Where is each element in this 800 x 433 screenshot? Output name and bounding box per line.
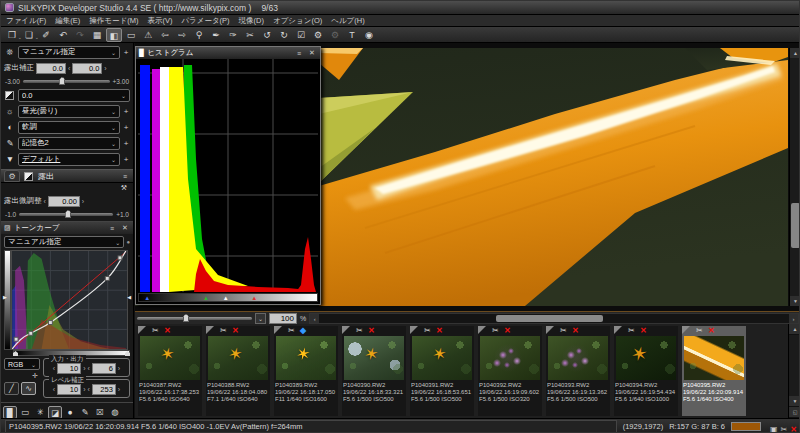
menu-item[interactable]: ファイル(F) bbox=[6, 16, 46, 26]
toolbar-redo-button[interactable]: ↷ bbox=[72, 28, 88, 42]
right-marker-icon[interactable]: ◀ bbox=[127, 294, 131, 300]
thumbnail-photo[interactable]: ✶ bbox=[548, 336, 608, 380]
menu-item[interactable]: オプション(O) bbox=[273, 16, 322, 26]
thumbnail[interactable]: ✂ ✕ ✶ P1040395.RW2 19/06/22 16:20:09.914… bbox=[682, 326, 746, 416]
preview-vscrollbar[interactable]: ▲ ▼ bbox=[789, 48, 800, 306]
ev-preset-select[interactable]: 0.0 ⌄ bbox=[18, 89, 130, 102]
exposure-comp-value[interactable]: 0.0 bbox=[36, 63, 66, 74]
io-out-dec[interactable]: ‹ bbox=[88, 365, 90, 372]
zoom-dropdown-button[interactable]: ⌄ bbox=[255, 313, 266, 324]
tone-curve-plot[interactable]: ▶ ◀ bbox=[4, 250, 130, 350]
add-color-button[interactable]: + bbox=[122, 139, 130, 148]
gear-tab-icon[interactable]: ⚙ bbox=[4, 170, 20, 182]
toolbar-registration-button[interactable]: ◉ bbox=[361, 28, 377, 42]
channel-select[interactable]: RGB ⌄ bbox=[4, 358, 40, 370]
title-bar[interactable]: SILKYPIX Developer Studio 4.4 SE ( http:… bbox=[1, 1, 800, 15]
chevron-down-icon[interactable]: ⌄ bbox=[31, 361, 36, 368]
highlight-marker-icon[interactable]: ▲ bbox=[251, 294, 257, 302]
thumbnail-photo[interactable]: ✶ bbox=[276, 336, 336, 380]
exposure-dec-button[interactable]: ‹ bbox=[68, 65, 70, 72]
scroll-left-icon[interactable]: ‹ bbox=[310, 314, 319, 323]
gray-marker-icon[interactable]: ▲ bbox=[223, 294, 229, 302]
toolbar-rotate-cw-button[interactable]: ↻ bbox=[276, 28, 292, 42]
histogram-titlebar[interactable]: ▉ ヒストグラム ≡ ✕ bbox=[136, 47, 320, 59]
toolbar-develop-all-button[interactable]: ⚙ bbox=[327, 28, 343, 42]
toolbar-combination-mode-button[interactable]: ◧ bbox=[106, 28, 122, 42]
chevron-down-icon[interactable]: ⌄ bbox=[115, 239, 120, 246]
thumbnail-photo[interactable]: ✶ bbox=[616, 336, 676, 380]
toolbar-prev-image-button[interactable]: ⇦ bbox=[157, 28, 173, 42]
toolbar-undo-button[interactable]: ↶ bbox=[55, 28, 71, 42]
chevron-down-icon[interactable]: ⌄ bbox=[111, 108, 116, 115]
trim-scissors-icon[interactable]: ✂ bbox=[696, 326, 703, 335]
exposure-panel-header[interactable]: ⚙ 露出 ≡ bbox=[1, 169, 133, 183]
thumbnail[interactable]: ✂ ✕ ✶ P1040391.RW2 19/06/22 16:18:53.651… bbox=[410, 326, 474, 416]
toolbar-print-button[interactable]: T bbox=[344, 28, 360, 42]
trim-scissors-icon[interactable]: ✂ bbox=[220, 326, 227, 335]
scroll-down-icon[interactable]: ▼ bbox=[789, 396, 800, 407]
thumbnail[interactable]: ✂ ✕ ✶ P1040388.RW2 19/06/22 16:18:04.080… bbox=[206, 326, 270, 416]
trim-scissors-icon[interactable]: ✂ bbox=[628, 326, 635, 335]
spline-curve-button[interactable]: ∿ bbox=[21, 382, 36, 395]
toolbar-next-image-button[interactable]: ⇨ bbox=[174, 28, 190, 42]
delete-mark-icon[interactable]: ✕ bbox=[708, 326, 715, 335]
close-icon[interactable]: ✕ bbox=[120, 224, 130, 232]
hscroll-thumb[interactable] bbox=[496, 315, 603, 322]
trim-scissors-icon[interactable]: ✂ bbox=[356, 326, 363, 335]
menu-item[interactable]: 表示(V) bbox=[147, 16, 172, 26]
scroll-down-icon[interactable]: ▼ bbox=[790, 296, 800, 306]
chevron-down-icon[interactable]: ⌄ bbox=[111, 156, 116, 163]
thumbnail-photo[interactable]: ✶ bbox=[684, 336, 744, 380]
menu-item[interactable]: 操作モード(M) bbox=[89, 16, 138, 26]
add-wb-button[interactable]: + bbox=[122, 107, 130, 116]
level-min-dec[interactable]: ‹ bbox=[53, 386, 55, 393]
scroll-up-icon[interactable]: ▲ bbox=[790, 48, 800, 58]
toolbar-retouch-button[interactable]: ✐ bbox=[38, 28, 54, 42]
toolbar-crop-tool-button[interactable]: ✂ bbox=[242, 28, 258, 42]
thumbnail-photo[interactable]: ✶ bbox=[344, 336, 404, 380]
strip-marker-icon[interactable] bbox=[13, 351, 18, 356]
menu-item[interactable]: 編集(E) bbox=[55, 16, 80, 26]
io-in-inc[interactable]: › bbox=[83, 365, 85, 372]
auto-exposure-tool-icon[interactable]: ⚒ bbox=[121, 184, 127, 192]
panel-menu-button[interactable]: ≡ bbox=[294, 50, 304, 57]
thumbnail[interactable]: ✂ ◆ ✶ P1040389.RW2 19/06/22 16:18:17.050… bbox=[274, 326, 338, 416]
delete-mark-icon[interactable]: ✕ bbox=[368, 326, 375, 335]
io-out-inc[interactable]: › bbox=[118, 365, 120, 372]
chevron-down-icon[interactable]: ⌄ bbox=[111, 124, 116, 131]
delete-mark-icon[interactable]: ✕ bbox=[572, 326, 579, 335]
thumbnail[interactable]: ✂ ✕ ✶ P1040390.RW2 19/06/22 16:18:33.321… bbox=[342, 326, 406, 416]
trim-scissors-icon[interactable]: ✂ bbox=[288, 326, 295, 335]
menu-item[interactable]: ヘルプ(H) bbox=[331, 16, 364, 26]
delete-mark-icon[interactable]: ✕ bbox=[232, 326, 239, 335]
sharpness-row[interactable]: ▼ デフォルト ⌄ + bbox=[4, 152, 130, 166]
chevron-down-icon[interactable]: ⌄ bbox=[111, 140, 116, 147]
zoom-slider[interactable] bbox=[137, 317, 252, 320]
level-min-value[interactable]: 10 bbox=[57, 384, 81, 395]
thumbnail[interactable]: ✂ ✕ ✶ P1040394.RW2 19/06/22 16:19:54.434… bbox=[614, 326, 678, 416]
delete-mark-icon[interactable]: ✕ bbox=[436, 326, 443, 335]
add-taste-button[interactable]: + bbox=[122, 48, 130, 57]
shadow-marker-icon[interactable]: ▲ bbox=[144, 294, 150, 302]
fine-slider[interactable] bbox=[19, 213, 113, 216]
thumbnail-scrollbar[interactable]: ▲ ▼ ◱ bbox=[788, 324, 800, 418]
toolbar-preview-mode-button[interactable]: ▭ bbox=[123, 28, 139, 42]
toolbar-develop-button[interactable]: ⚙ bbox=[310, 28, 326, 42]
add-contrast-button[interactable]: + bbox=[122, 123, 130, 132]
toolbar-loupe-tool-button[interactable]: ⚲ bbox=[191, 28, 207, 42]
left-marker-icon[interactable]: ▶ bbox=[3, 294, 7, 300]
thumbnail[interactable]: ✂ ✕ ✶ P1040393.RW2 19/06/22 16:19:13.362… bbox=[546, 326, 610, 416]
toolbar-open-folder-button[interactable]: ❏⌄ bbox=[21, 28, 37, 42]
strip-marker-icon[interactable] bbox=[125, 351, 130, 356]
toolbar-warning-display-button[interactable]: ⚠ bbox=[140, 28, 156, 42]
mid-marker-icon[interactable]: ▲ bbox=[203, 294, 209, 302]
exposure-slider[interactable] bbox=[23, 80, 110, 83]
trim-scissors-icon[interactable]: ✂ bbox=[492, 326, 499, 335]
exposure-slider-thumb[interactable] bbox=[59, 77, 65, 85]
toolbar-rotate-ccw-button[interactable]: ↺ bbox=[259, 28, 275, 42]
level-min-inc[interactable]: › bbox=[83, 386, 85, 393]
tone-curve-header[interactable]: ▨ トーンカーブ ≡ ✕ bbox=[1, 222, 133, 234]
toolbar-exposure-tool-button[interactable]: ✑ bbox=[225, 28, 241, 42]
chevron-down-icon[interactable]: ⌄ bbox=[121, 92, 126, 99]
delete-mark-icon[interactable]: ✕ bbox=[164, 326, 171, 335]
